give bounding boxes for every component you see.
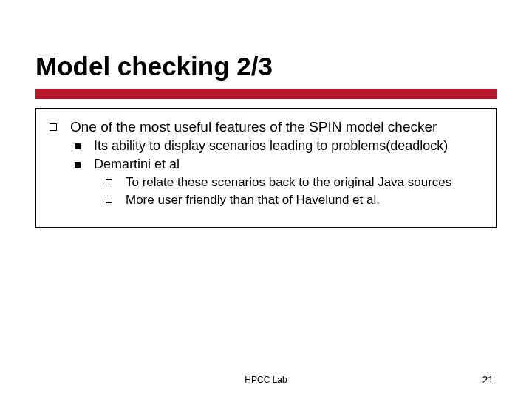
slide-title: Model checking 2/3 <box>35 52 497 81</box>
page-number: 21 <box>482 374 494 386</box>
bullet-text: More user friendly than that of Havelund… <box>126 193 380 208</box>
footer-label: HPCC Lab <box>245 375 287 385</box>
list-item: Its ability to display scenarios leading… <box>75 138 482 154</box>
square-bullet-icon <box>106 179 112 185</box>
square-bullet-icon <box>106 197 112 203</box>
content-box: One of the most useful features of the S… <box>35 108 497 228</box>
title-divider <box>35 89 497 99</box>
list-item: To relate these scenarios back to the or… <box>106 175 482 190</box>
square-bullet-icon <box>50 123 57 131</box>
bullet-text: One of the most useful features of the S… <box>70 119 437 135</box>
filled-square-bullet-icon <box>75 143 81 149</box>
list-item: One of the most useful features of the S… <box>50 119 482 135</box>
filled-square-bullet-icon <box>75 162 81 168</box>
list-item: Demartini et al <box>75 157 482 172</box>
bullet-text: To relate these scenarios back to the or… <box>126 175 451 190</box>
slide: Model checking 2/3 One of the most usefu… <box>0 0 532 399</box>
footer: HPCC Lab 21 <box>0 374 532 386</box>
bullet-text: Demartini et al <box>94 157 180 172</box>
bullet-text: Its ability to display scenarios leading… <box>94 138 448 154</box>
list-item: More user friendly than that of Havelund… <box>106 193 482 208</box>
